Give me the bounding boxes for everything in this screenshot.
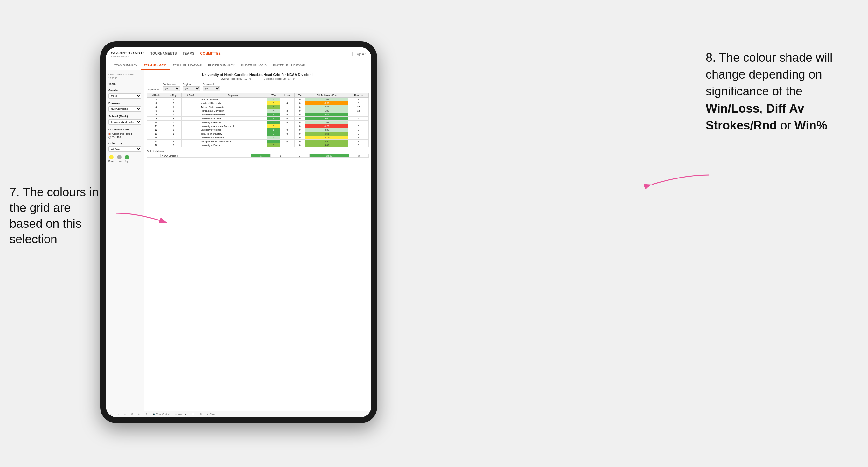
comment-btn[interactable]: 💬 [191, 412, 196, 416]
watch-btn[interactable]: 👁 Watch ▼ [174, 413, 188, 416]
cell-reg: 2 [165, 144, 182, 147]
cell-conf [182, 144, 199, 147]
cell-rank: 11 [147, 124, 165, 128]
overall-record: Overall Record: 89 - 17 - 0 [221, 77, 251, 80]
level-dot [117, 155, 122, 159]
cell-conf [182, 109, 199, 113]
cell-reg: 1 [165, 132, 182, 136]
cell-diff: 4.50 [306, 139, 348, 144]
data-table: # Rank # Reg # Conf Opponent Win Loss Ti… [147, 93, 369, 147]
colour-by-section: Colour by Win/loss [108, 142, 141, 152]
school-select[interactable]: 1. University of Nort... [108, 119, 141, 125]
region-select[interactable]: (All) [183, 86, 200, 91]
down-dot [109, 155, 114, 159]
colour-by-select[interactable]: Win/loss [108, 146, 141, 152]
cut-btn[interactable]: ✂ [137, 412, 142, 416]
division-select[interactable]: NCAA Division I [108, 106, 141, 112]
cell-opponent: NCAA Division II [160, 154, 251, 158]
nav-committee[interactable]: COMMITTEE [200, 51, 221, 57]
cell-tie: 0 [294, 124, 306, 128]
tab-team-h2h-grid[interactable]: TEAM H2H GRID [141, 61, 169, 70]
out-of-division: Out of division NCAA Division II 1 0 0 2… [147, 150, 369, 158]
record-row: Overall Record: 89 - 17 - 0 Division Rec… [147, 77, 369, 80]
cell-win: 1 [267, 128, 280, 132]
region-label: Region [183, 83, 200, 86]
cell-tie: 0 [294, 128, 306, 132]
view-original-btn[interactable]: 📷 View: Original [151, 412, 171, 416]
cell-opponent: Florida State University [199, 109, 267, 113]
cell-loss: 4 [280, 101, 294, 105]
tab-team-summary[interactable]: TEAM SUMMARY [111, 61, 141, 70]
cell-diff: -1.00 [306, 136, 348, 139]
cell-reg: 2 [165, 101, 182, 105]
col-win: Win [267, 93, 280, 98]
cell-opponent: University of Arkansas, Fayetteville [199, 124, 267, 128]
cell-loss: 0 [271, 154, 290, 158]
cell-win: 0 [267, 124, 280, 128]
arrow-right-svg [642, 168, 712, 194]
arrow-left-svg [113, 207, 177, 232]
tab-player-h2h-grid[interactable]: PLAYER H2H GRID [238, 61, 270, 70]
undo-btn[interactable]: ↩ [109, 412, 114, 416]
radio-group: Opponents Played Top 100 [108, 132, 141, 139]
sign-out-button[interactable]: Sign out [352, 53, 366, 56]
cell-rounds: 9 [348, 98, 369, 101]
cell-empty [147, 154, 161, 158]
radio-label-opponents: Opponents Played [112, 132, 132, 135]
cell-opponent: University of Alabama [199, 121, 267, 124]
cell-rank: 9 [147, 117, 165, 121]
radio-top100[interactable]: Top 100 [108, 136, 141, 139]
nav-teams[interactable]: TEAMS [183, 51, 195, 57]
table-row: 12 3 University of Virginia 1 0 0 2.33 3 [147, 128, 369, 132]
school-label: School (Rank) [108, 115, 141, 118]
cell-rounds: 3 [348, 124, 369, 128]
table-row: 4 1 Arizona State University 5 1 0 2.28 … [147, 105, 369, 109]
share-btn[interactable]: ↗ Share [206, 412, 217, 416]
tab-team-h2h-heatmap[interactable]: TEAM H2H HEATMAP [169, 61, 205, 70]
cell-rounds: 8 [348, 121, 369, 124]
cell-conf [182, 136, 199, 139]
down-label: Down [108, 160, 114, 162]
tab-player-summary[interactable]: PLAYER SUMMARY [205, 61, 238, 70]
cell-tie: 0 [294, 98, 306, 101]
tab-player-h2h-heatmap[interactable]: PLAYER H2H HEATMAP [270, 61, 308, 70]
conference-select[interactable]: (All) [163, 86, 180, 91]
main-content: Last Updated: 27/03/2024 16:55:38 Team G… [106, 70, 371, 411]
annotation-left: 7. The colours in the grid are based on … [9, 185, 105, 248]
table-row: 10 5 University of Alabama 3 0 0 2.61 8 [147, 121, 369, 124]
grid-content: University of North Carolina Head-to-Hea… [144, 70, 371, 411]
cell-win: 1 [267, 117, 280, 121]
col-loss: Loss [280, 93, 294, 98]
cell-rounds: 3 [348, 128, 369, 132]
gender-select[interactable]: Men's [108, 93, 141, 99]
opponent-select[interactable]: (All) [203, 86, 220, 91]
cell-win: 2 [267, 136, 280, 139]
opponent-label: Opponent [203, 83, 220, 86]
copy-btn[interactable]: ⊞ [130, 412, 134, 416]
cell-opponent: University of Florida [199, 144, 267, 147]
timer-btn[interactable]: ⏱ [144, 413, 149, 416]
logo-sub: Powered by clippd [111, 55, 144, 58]
cell-opponent: University of Virginia [199, 128, 267, 132]
cell-tie: 0 [294, 136, 306, 139]
cell-rounds: 17 [348, 105, 369, 109]
col-rounds: Rounds [348, 93, 369, 98]
table-row: 3 2 Vanderbilt University 0 4 0 -2.29 8 [147, 101, 369, 105]
radio-opponents-played[interactable]: Opponents Played [108, 132, 141, 135]
redo-btn[interactable]: ↪ [116, 412, 121, 416]
cell-win: 1 [267, 113, 280, 117]
cell-diff: 9.00 [306, 117, 348, 121]
cell-conf [182, 121, 199, 124]
cell-win: 3 [267, 144, 280, 147]
radio-dot-top100 [108, 136, 111, 139]
opponent-view-section: Opponent View Opponents Played Top 100 [108, 128, 141, 139]
last-updated-label: Last Updated: 27/03/2024 [108, 73, 141, 76]
color-legend: Down Level Up [108, 155, 141, 162]
back-btn[interactable]: ↩ [123, 412, 128, 416]
cell-reg: 3 [165, 128, 182, 132]
cell-rank: 14 [147, 136, 165, 139]
nav-tournaments[interactable]: TOURNAMENTS [151, 51, 177, 57]
grid-btn[interactable]: ⊞ [198, 412, 203, 416]
cell-rank: 13 [147, 132, 165, 136]
cell-rank: 15 [147, 139, 165, 144]
